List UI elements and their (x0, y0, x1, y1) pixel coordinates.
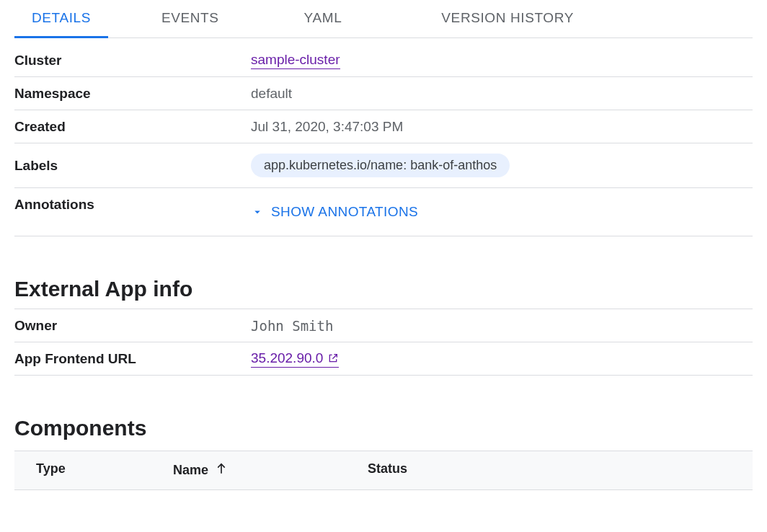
components-table: Type Name Status (14, 451, 753, 490)
label-owner: Owner (14, 318, 251, 334)
column-header-type[interactable]: Type (22, 461, 173, 479)
tab-details[interactable]: DETAILS (14, 0, 108, 38)
external-app-info-title: External App info (14, 277, 753, 301)
value-namespace: default (251, 86, 753, 102)
row-annotations: Annotations SHOW ANNOTATIONS (14, 188, 753, 236)
row-frontend-url: App Frontend URL 35.202.90.0 (14, 342, 753, 376)
label-created: Created (14, 119, 251, 135)
row-created: Created Jul 31, 2020, 3:47:03 PM (14, 110, 753, 143)
tabs-bar: DETAILS EVENTS YAML VERSION HISTORY (14, 0, 753, 38)
tab-yaml[interactable]: YAML (287, 0, 360, 38)
external-table: Owner John Smith App Frontend URL 35.202… (14, 309, 753, 376)
label-frontend-url: App Frontend URL (14, 351, 251, 367)
frontend-url-link[interactable]: 35.202.90.0 (251, 350, 339, 368)
sort-ascending-icon (214, 461, 229, 479)
label-annotations: Annotations (14, 195, 251, 223)
label-chip[interactable]: app.kubernetes.io/name: bank-of-anthos (251, 154, 510, 177)
tab-events[interactable]: EVENTS (144, 0, 236, 38)
label-namespace: Namespace (14, 86, 251, 102)
show-annotations-button[interactable]: SHOW ANNOTATIONS (251, 195, 418, 220)
frontend-url-text: 35.202.90.0 (251, 350, 323, 366)
column-header-name-label: Name (173, 463, 208, 478)
value-created: Jul 31, 2020, 3:47:03 PM (251, 119, 753, 135)
components-header-row: Type Name Status (14, 451, 753, 489)
external-link-icon (327, 353, 339, 364)
row-owner: Owner John Smith (14, 309, 753, 342)
details-table: Cluster sample-cluster Namespace default… (14, 44, 753, 236)
column-header-name[interactable]: Name (173, 461, 368, 479)
tab-version-history[interactable]: VERSION HISTORY (424, 0, 591, 38)
chevron-down-icon (251, 205, 264, 218)
column-header-status[interactable]: Status (368, 461, 745, 479)
label-cluster: Cluster (14, 53, 251, 68)
row-namespace: Namespace default (14, 77, 753, 110)
row-cluster: Cluster sample-cluster (14, 44, 753, 77)
label-labels: Labels (14, 158, 251, 174)
row-labels: Labels app.kubernetes.io/name: bank-of-a… (14, 143, 753, 188)
components-title: Components (14, 416, 753, 440)
cluster-link[interactable]: sample-cluster (251, 52, 340, 69)
show-annotations-label: SHOW ANNOTATIONS (271, 204, 418, 220)
value-owner: John Smith (251, 318, 753, 334)
